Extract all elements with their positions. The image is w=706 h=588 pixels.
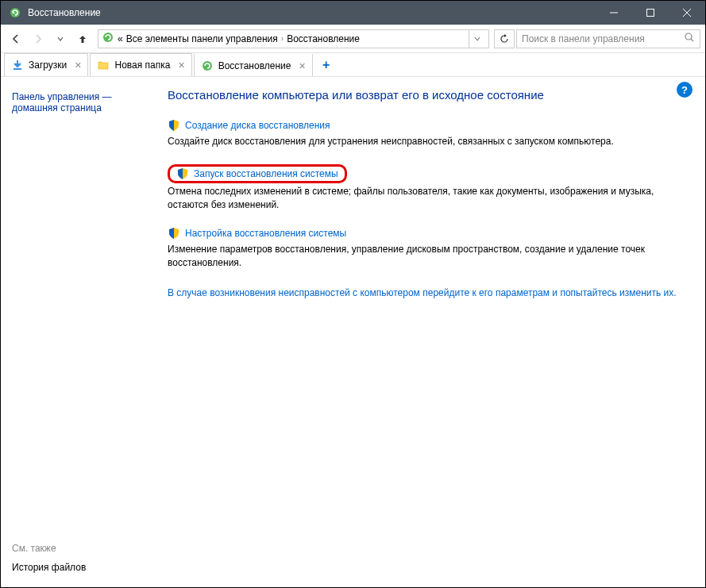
create-recovery-drive-link[interactable]: Создание диска восстановления — [185, 120, 330, 131]
address-dropdown[interactable] — [469, 30, 485, 48]
shield-icon — [168, 227, 180, 240]
address-icon — [102, 31, 114, 46]
breadcrumb-prefix: « — [118, 33, 123, 44]
search-input[interactable]: Поиск в панели управления — [516, 29, 700, 48]
tab-close-button[interactable]: × — [75, 59, 81, 71]
shield-icon — [168, 119, 180, 132]
close-button[interactable] — [669, 1, 705, 25]
svg-point-5 — [103, 33, 113, 42]
highlight-callout: Запуск восстановления системы — [168, 164, 347, 183]
tab-downloads[interactable]: Загрузки × — [4, 53, 88, 76]
option-configure-restore: Настройка восстановления системы Изменен… — [168, 227, 681, 270]
option-description: Отмена последних изменений в системе; фа… — [168, 185, 681, 212]
search-icon — [684, 32, 695, 45]
nav-toolbar: « Все элементы панели управления › Восст… — [1, 25, 705, 53]
recovery-icon — [201, 60, 214, 72]
file-history-link[interactable]: История файлов — [12, 562, 149, 573]
breadcrumb-item[interactable]: Восстановление — [287, 33, 360, 44]
tab-folder[interactable]: Новая папка × — [90, 53, 191, 76]
see-also-label: См. также — [12, 543, 149, 554]
window: Восстановление « Все элементы панели упр… — [0, 0, 706, 588]
option-description: Создайте диск восстановления для устране… — [168, 135, 681, 148]
option-create-recovery-drive: Создание диска восстановления Создайте д… — [168, 119, 681, 148]
chevron-right-icon: › — [281, 34, 284, 43]
svg-rect-2 — [647, 10, 654, 17]
back-button[interactable] — [6, 29, 26, 49]
tab-close-button[interactable]: × — [299, 60, 305, 72]
new-tab-button[interactable]: + — [314, 53, 338, 76]
tab-bar: Загрузки × Новая папка × Восстановление … — [1, 53, 705, 77]
sidebar-footer: См. также История файлов — [12, 543, 149, 573]
search-placeholder: Поиск в панели управления — [522, 33, 684, 44]
tab-label: Новая папка — [114, 60, 170, 71]
breadcrumb-item[interactable]: Все элементы панели управления — [126, 33, 278, 44]
refresh-button[interactable] — [494, 29, 515, 48]
shield-icon — [176, 167, 189, 180]
configure-restore-link[interactable]: Настройка восстановления системы — [185, 228, 346, 239]
up-button[interactable] — [72, 29, 93, 49]
svg-point-0 — [10, 8, 20, 17]
forward-button[interactable] — [28, 29, 48, 49]
window-buttons — [596, 1, 705, 25]
sidebar: Панель управления — домашняя страница См… — [1, 77, 160, 587]
window-title: Восстановление — [28, 7, 596, 18]
option-system-restore: Запуск восстановления системы Отмена пос… — [168, 164, 681, 212]
svg-point-9 — [203, 61, 212, 71]
app-icon — [9, 6, 21, 19]
tab-recovery[interactable]: Восстановление × — [194, 53, 313, 76]
help-button[interactable]: ? — [677, 82, 692, 98]
system-restore-link[interactable]: Запуск восстановления системы — [194, 168, 338, 179]
page-heading: Восстановление компьютера или возврат ег… — [168, 88, 681, 102]
svg-line-7 — [691, 39, 693, 41]
recent-dropdown[interactable] — [50, 29, 71, 49]
maximize-button[interactable] — [632, 1, 669, 25]
tab-label: Загрузки — [29, 60, 67, 71]
minimize-button[interactable] — [596, 1, 632, 25]
address-bar[interactable]: « Все элементы панели управления › Восст… — [98, 29, 489, 48]
download-icon — [11, 59, 24, 71]
main-content: ? Восстановление компьютера или возврат … — [160, 77, 705, 587]
control-panel-home-link[interactable]: Панель управления — домашняя страница — [12, 91, 149, 113]
content-body: Панель управления — домашняя страница См… — [1, 77, 705, 587]
svg-point-6 — [685, 33, 692, 40]
tab-label: Восстановление — [218, 60, 291, 71]
tab-close-button[interactable]: × — [178, 59, 184, 71]
option-description: Изменение параметров восстановления, упр… — [168, 243, 681, 270]
folder-icon — [97, 59, 110, 71]
troubleshoot-link[interactable]: В случае возникновения неисправностей с … — [168, 286, 681, 300]
titlebar: Восстановление — [1, 1, 705, 25]
